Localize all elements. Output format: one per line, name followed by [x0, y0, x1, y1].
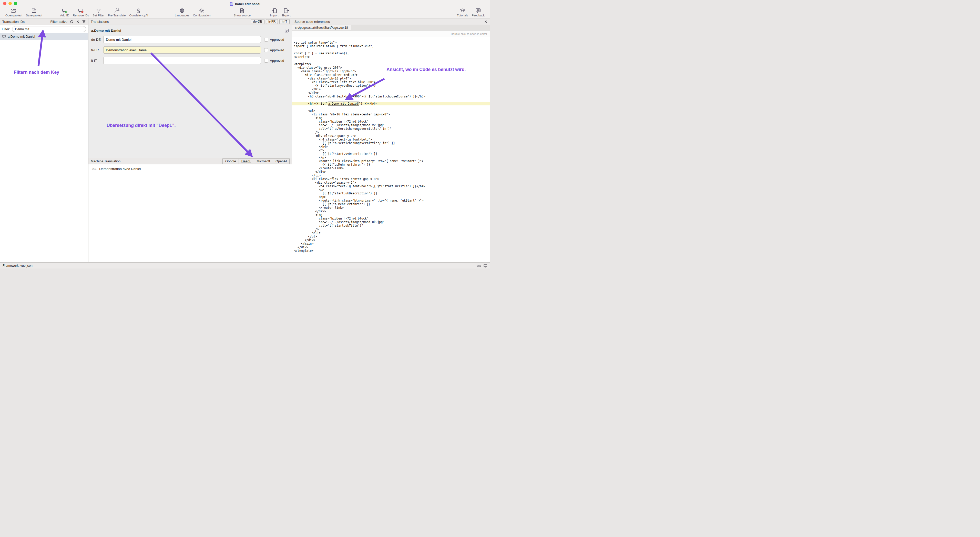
- open-project-button[interactable]: Open project: [3, 8, 24, 17]
- code-line: </h4>: [292, 145, 490, 148]
- filter-icon[interactable]: [82, 20, 86, 24]
- close-window-button[interactable]: [3, 2, 6, 5]
- save-icon: [31, 8, 37, 14]
- save-project-button[interactable]: Save project: [24, 8, 44, 17]
- close-panel-icon[interactable]: [484, 20, 488, 24]
- translation-input-it-IT[interactable]: [103, 57, 261, 64]
- languages-button[interactable]: Languages: [173, 8, 191, 17]
- consistency-ai-button[interactable]: ConsistencyAI: [127, 8, 150, 17]
- code-line: <h4 class="text-lg font-bold">{{ $t("sta…: [292, 184, 490, 188]
- translations-body: a.Demo mit Daniel de-DE Approved fr-FR A…: [88, 25, 292, 158]
- mt-suggestion-row[interactable]: ⌘1 Démonstration avec Daniel: [92, 167, 288, 171]
- code-line: import { useTranslation } from "i18next-…: [292, 45, 490, 48]
- code-line: </template>: [292, 249, 490, 253]
- code-line: </router-link>: [292, 166, 490, 170]
- pre-translate-button[interactable]: Pre-Translate: [106, 8, 127, 17]
- code-line: <li class="flex items-center gap-x-8">: [292, 177, 490, 181]
- keyboard-icon[interactable]: [477, 264, 481, 268]
- funnel-icon: [95, 8, 102, 14]
- bubble-minus-icon: [78, 8, 84, 14]
- refresh-icon[interactable]: [70, 20, 73, 24]
- display-icon[interactable]: [483, 264, 487, 268]
- code-line: src="../../assets/images/mood_uk.jpg": [292, 220, 490, 224]
- translation-row-fr-FR: fr-FR Approved: [88, 46, 292, 54]
- clear-filter-icon[interactable]: [76, 20, 80, 24]
- code-line: <h3 class="mb-8 text-blue-900">{{ $t("st…: [292, 95, 490, 98]
- source-document-icon: [239, 8, 245, 14]
- code-line: </div>: [292, 210, 490, 213]
- translation-id-list: a.Demo mit Daniel: [0, 33, 88, 262]
- code-line: <main class="lg:px-12 lg:pb-6">: [292, 70, 490, 73]
- approved-checkbox-fr-FR[interactable]: [264, 48, 268, 52]
- code-line: <img: [292, 213, 490, 217]
- mt-provider-tabs: Google DeepL Microsoft OpenAI: [223, 158, 290, 164]
- translation-input-de-DE[interactable]: [103, 36, 261, 43]
- toggle-de-DE[interactable]: de-DE: [251, 19, 264, 24]
- toolbar-group-help: Tutorials Feedback: [455, 8, 487, 17]
- add-id-button[interactable]: Add ID: [59, 8, 71, 17]
- translation-id-label: a.Demo mit Daniel: [8, 35, 35, 38]
- code-line: </div>: [292, 245, 490, 249]
- code-line: {{ $t("a.Mehr erfahren") }}: [292, 163, 490, 166]
- translation-input-fr-FR[interactable]: [103, 46, 261, 54]
- comment-note-icon[interactable]: [285, 29, 289, 33]
- mt-tab-microsoft[interactable]: Microsoft: [254, 158, 273, 164]
- folder-open-icon: [11, 8, 17, 14]
- magic-wand-icon: [114, 8, 120, 14]
- remove-ids-button[interactable]: Remove IDs: [71, 8, 91, 17]
- set-filter-button[interactable]: Set Filter: [91, 8, 106, 17]
- mt-suggestion-text: Démonstration avec Daniel: [99, 167, 141, 171]
- file-tab-strip: src/pages/start/GuestStartPage.vue:18: [292, 25, 490, 30]
- code-line: <h4 class="text-lg font-bold">: [292, 138, 490, 141]
- tutorials-button[interactable]: Tutorials: [455, 8, 470, 17]
- minimize-window-button[interactable]: [8, 2, 12, 5]
- mt-tab-google[interactable]: Google: [223, 158, 239, 164]
- source-code-listing[interactable]: <script setup lang="ts">import { useTran…: [292, 37, 490, 262]
- filter-input[interactable]: [12, 26, 86, 32]
- filter-label: Filter:: [2, 27, 10, 31]
- export-button[interactable]: Export: [280, 8, 292, 17]
- configuration-button[interactable]: Configuration: [191, 8, 212, 17]
- translation-row-de-DE: de-DE Approved: [88, 36, 292, 43]
- code-line: <h1 class="text-left text-blue-900">: [292, 80, 490, 84]
- code-line: </h1>: [292, 88, 490, 91]
- mt-tab-deepl[interactable]: DeepL: [239, 158, 254, 164]
- translations-header: Translations: [91, 20, 109, 24]
- code-line: <router-link class="btn-primary" :to="{ …: [292, 199, 490, 202]
- import-button[interactable]: Import: [268, 8, 280, 17]
- code-line: </li>: [292, 174, 490, 177]
- traffic-lights: [3, 2, 17, 5]
- approved-checkbox-de-DE[interactable]: [264, 38, 268, 41]
- show-source-button[interactable]: Show source: [232, 8, 252, 17]
- toolbar-group-config: Languages Configuration: [173, 8, 212, 17]
- filter-active-label: Filter active: [51, 20, 67, 24]
- toggle-fr-FR[interactable]: fr-FR: [266, 19, 278, 24]
- toggle-it-IT[interactable]: it-IT: [279, 19, 290, 24]
- language-label: fr-FR: [91, 48, 103, 52]
- selected-translation-id: a.Demo mit Daniel: [91, 29, 121, 33]
- machine-translation-body: ⌘1 Démonstration avec Daniel: [88, 164, 292, 262]
- code-line: <div class="bg-gray-200">: [292, 66, 490, 70]
- app-icon: b: [230, 2, 234, 6]
- zoom-window-button[interactable]: [14, 2, 17, 5]
- approved-label: Approved: [270, 48, 284, 52]
- code-line: <script setup lang="ts">: [292, 41, 490, 45]
- mt-tab-openai[interactable]: OpenAI: [273, 158, 290, 164]
- globe-icon: [179, 8, 185, 14]
- framework-label: Framework: vue-json: [3, 264, 33, 268]
- toolbar-group-source: Show source: [232, 8, 252, 17]
- code-line: :alt="t('a.Versicherungsvermittler/-in')…: [292, 127, 490, 131]
- translation-id-item[interactable]: a.Demo mit Daniel: [0, 33, 88, 40]
- titlebar: b babel-edit.babel: [0, 0, 490, 7]
- bubble-plus-icon: [62, 8, 68, 14]
- file-reference-tab[interactable]: src/pages/start/GuestStartPage.vue:18: [292, 25, 351, 30]
- toolbar-group-project: Open project Save project: [3, 8, 44, 17]
- code-line: {{ $t("start.vvDescription") }}: [292, 152, 490, 156]
- code-line: </div>: [292, 91, 490, 95]
- statusbar: Framework: vue-json: [0, 262, 490, 269]
- source-code-header: Source code references: [294, 20, 330, 24]
- mt-shortcut-badge: ⌘1: [92, 167, 97, 171]
- toolbar: Open project Save project Add ID Remove …: [0, 7, 490, 19]
- feedback-button[interactable]: Feedback: [470, 8, 487, 17]
- approved-checkbox-it-IT[interactable]: [264, 59, 268, 62]
